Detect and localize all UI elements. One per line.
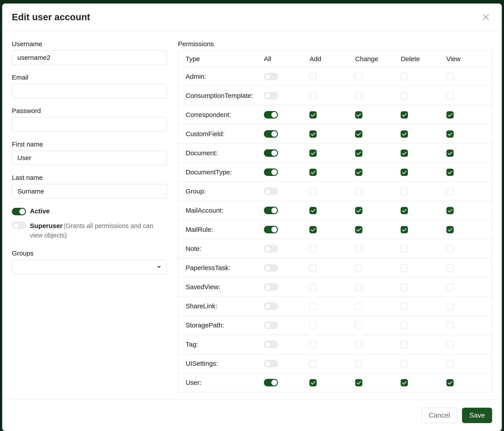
permission-view-checkbox[interactable] [446, 245, 454, 252]
permission-delete-checkbox[interactable] [401, 341, 408, 348]
permission-change-checkbox[interactable] [355, 169, 362, 176]
save-button[interactable]: Save [462, 408, 492, 423]
permission-change-checkbox[interactable] [355, 322, 362, 329]
permission-view-checkbox[interactable] [446, 379, 454, 386]
permission-add-checkbox[interactable] [309, 150, 317, 157]
permission-view-checkbox[interactable] [446, 360, 454, 367]
permission-change-checkbox[interactable] [355, 226, 362, 233]
permission-all-toggle[interactable] [264, 322, 278, 329]
permission-all-toggle[interactable] [264, 149, 278, 157]
permission-view-checkbox[interactable] [446, 207, 454, 214]
permission-delete-checkbox[interactable] [401, 207, 408, 214]
last-name-field[interactable] [12, 184, 167, 198]
permission-delete-checkbox[interactable] [401, 92, 408, 99]
permission-view-checkbox[interactable] [446, 150, 454, 157]
superuser-toggle[interactable] [12, 221, 26, 229]
permission-add-checkbox[interactable] [309, 92, 317, 99]
permission-add-checkbox[interactable] [309, 130, 317, 138]
column-header-add: Add [309, 55, 355, 63]
permission-all-toggle[interactable] [264, 111, 278, 118]
permission-delete-checkbox[interactable] [401, 360, 408, 367]
permission-change-checkbox[interactable] [355, 73, 362, 80]
permission-add-checkbox[interactable] [309, 169, 317, 176]
permission-add-checkbox[interactable] [309, 322, 317, 329]
permission-view-checkbox[interactable] [446, 92, 454, 99]
permission-change-checkbox[interactable] [355, 92, 362, 99]
permission-view-checkbox[interactable] [446, 303, 454, 310]
permission-view-checkbox[interactable] [446, 73, 454, 80]
permission-add-checkbox[interactable] [309, 207, 317, 214]
permission-change-checkbox[interactable] [355, 150, 362, 157]
permission-delete-checkbox[interactable] [401, 303, 408, 310]
permission-all-toggle[interactable] [264, 379, 278, 386]
permission-all-toggle[interactable] [264, 130, 278, 138]
permission-all-toggle[interactable] [264, 92, 278, 99]
permission-change-checkbox[interactable] [355, 111, 362, 118]
permission-change-checkbox[interactable] [355, 245, 362, 252]
permission-view-checkbox[interactable] [446, 322, 454, 329]
permission-delete-checkbox[interactable] [401, 130, 408, 138]
permission-view-checkbox[interactable] [446, 226, 454, 233]
permission-view-checkbox[interactable] [446, 111, 454, 118]
permission-add-checkbox[interactable] [309, 111, 317, 118]
groups-select[interactable] [12, 260, 167, 274]
permission-delete-checkbox[interactable] [401, 111, 408, 118]
permission-all-toggle[interactable] [264, 188, 278, 195]
cancel-button[interactable]: Cancel [422, 408, 457, 423]
permission-add-checkbox[interactable] [309, 188, 317, 195]
permission-change-checkbox[interactable] [355, 341, 362, 348]
permission-delete-checkbox[interactable] [401, 73, 408, 80]
permissions-table-body: Admin:ConsumptionTemplate:Correspondent:… [178, 67, 492, 392]
close-icon[interactable] [480, 11, 492, 23]
permission-delete-checkbox[interactable] [401, 150, 408, 157]
username-input[interactable] [12, 50, 167, 65]
permission-view-checkbox[interactable] [446, 188, 454, 195]
active-toggle[interactable] [12, 208, 26, 215]
permission-add-checkbox[interactable] [309, 360, 317, 367]
permission-all-toggle[interactable] [264, 283, 278, 291]
permission-all-toggle[interactable] [264, 264, 278, 272]
permission-view-checkbox[interactable] [446, 169, 454, 176]
permission-change-checkbox[interactable] [355, 379, 362, 386]
first-name-field[interactable] [12, 151, 167, 165]
permission-delete-checkbox[interactable] [401, 283, 408, 291]
permission-all-toggle[interactable] [264, 226, 278, 233]
email-field[interactable] [12, 84, 167, 98]
permission-add-checkbox[interactable] [309, 379, 317, 386]
permission-add-checkbox[interactable] [309, 264, 317, 272]
permission-add-checkbox[interactable] [309, 303, 317, 310]
permission-add-checkbox[interactable] [309, 245, 317, 252]
permission-delete-checkbox[interactable] [401, 379, 408, 386]
permission-view-checkbox[interactable] [446, 130, 454, 138]
permission-delete-checkbox[interactable] [401, 188, 408, 195]
permission-all-toggle[interactable] [264, 360, 278, 367]
permission-change-checkbox[interactable] [355, 360, 362, 367]
permission-delete-checkbox[interactable] [401, 245, 408, 252]
permission-change-checkbox[interactable] [355, 303, 362, 310]
permission-all-toggle[interactable] [264, 207, 278, 214]
permission-all-toggle[interactable] [264, 169, 278, 176]
password-field[interactable] [12, 117, 167, 132]
permission-change-checkbox[interactable] [355, 130, 362, 138]
permission-all-toggle[interactable] [264, 302, 278, 310]
permission-delete-checkbox[interactable] [401, 226, 408, 233]
permission-view-checkbox[interactable] [446, 264, 454, 272]
permission-add-checkbox[interactable] [309, 73, 317, 80]
permission-row: Note: [178, 239, 492, 258]
permission-add-checkbox[interactable] [309, 341, 317, 348]
permission-view-checkbox[interactable] [446, 283, 454, 291]
permission-change-checkbox[interactable] [355, 283, 362, 291]
permission-all-toggle[interactable] [264, 73, 278, 80]
permission-delete-checkbox[interactable] [401, 169, 408, 176]
permission-delete-checkbox[interactable] [401, 264, 408, 272]
permission-view-checkbox[interactable] [446, 341, 454, 348]
permission-add-checkbox[interactable] [309, 283, 317, 291]
permission-all-toggle[interactable] [264, 341, 278, 348]
permission-type-label: Correspondent: [178, 111, 264, 118]
permission-change-checkbox[interactable] [355, 264, 362, 272]
permission-add-checkbox[interactable] [309, 226, 317, 233]
permission-delete-checkbox[interactable] [401, 322, 408, 329]
permission-change-checkbox[interactable] [355, 207, 362, 214]
permission-all-toggle[interactable] [264, 245, 278, 252]
permission-change-checkbox[interactable] [355, 188, 362, 195]
